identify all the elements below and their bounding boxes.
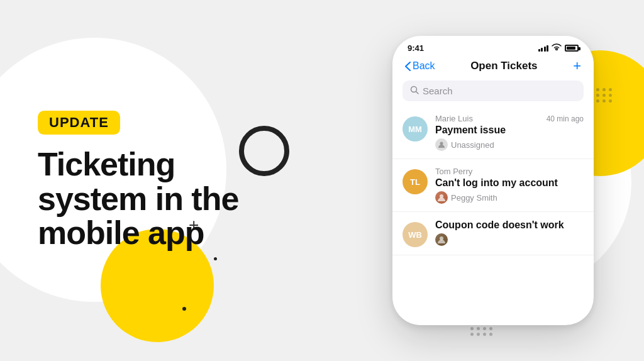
search-bar[interactable]: Search: [402, 81, 584, 101]
add-ticket-button[interactable]: +: [573, 59, 581, 73]
ticket-assignee: Unassigned: [435, 138, 584, 151]
signal-icon: [538, 45, 549, 52]
ticket-sender-name: Marie Luis: [435, 114, 473, 123]
ticket-item[interactable]: MM Marie Luis 40 min ago Payment issue U…: [392, 106, 594, 159]
search-icon: [410, 86, 419, 96]
dot-4: [182, 307, 186, 311]
ticket-list: MM Marie Luis 40 min ago Payment issue U…: [392, 106, 594, 255]
assignee-avatar: [435, 138, 448, 151]
ticket-content: Marie Luis 40 min ago Payment issue Unas…: [435, 114, 584, 151]
phone-screen: 9:41 Back Open Tickets +: [392, 36, 594, 325]
ticket-assignee: Peggy Smith: [435, 191, 584, 204]
battery-icon: [565, 45, 579, 52]
wifi-icon: [552, 43, 562, 53]
ticket-content: Tom Perry Can't log into my account Pegg…: [435, 167, 584, 204]
ticket-assignee: [435, 233, 584, 246]
main-title: Ticketing system in the mobile app: [38, 147, 264, 250]
ticket-content: Coupon code doesn't work: [435, 219, 584, 246]
ticket-item[interactable]: WB Coupon code doesn't work: [392, 212, 594, 255]
nav-bar: Back Open Tickets +: [392, 57, 594, 78]
status-time: 9:41: [408, 43, 424, 53]
avatar: MM: [402, 116, 428, 142]
ticket-sender-name: Tom Perry: [435, 167, 472, 176]
back-button[interactable]: Back: [405, 60, 435, 72]
status-bar: 9:41: [392, 36, 594, 57]
ticket-subject: Can't log into my account: [435, 177, 584, 189]
ticket-time: 40 min ago: [547, 114, 584, 123]
dot-3: [214, 257, 217, 260]
search-placeholder: Search: [423, 86, 453, 96]
avatar: TL: [402, 169, 428, 194]
ticket-subject: Payment issue: [435, 125, 584, 136]
svg-point-2: [440, 142, 443, 145]
assignee-photo: [435, 191, 448, 204]
left-content: UPDATE Ticketing system in the mobile ap…: [38, 111, 264, 250]
update-badge: UPDATE: [38, 111, 120, 135]
svg-line-1: [416, 92, 419, 94]
nav-title: Open Tickets: [470, 60, 537, 72]
ticket-header: Tom Perry: [435, 167, 584, 176]
ticket-header: Marie Luis 40 min ago: [435, 114, 584, 123]
ticket-subject: Coupon code doesn't work: [435, 219, 584, 231]
status-icons: [538, 43, 579, 53]
ticket-item[interactable]: TL Tom Perry Can't log into my account P…: [392, 159, 594, 212]
phone-mockup: 9:41 Back Open Tickets +: [392, 36, 594, 325]
assignee-photo: [435, 233, 448, 246]
avatar: WB: [402, 222, 428, 247]
